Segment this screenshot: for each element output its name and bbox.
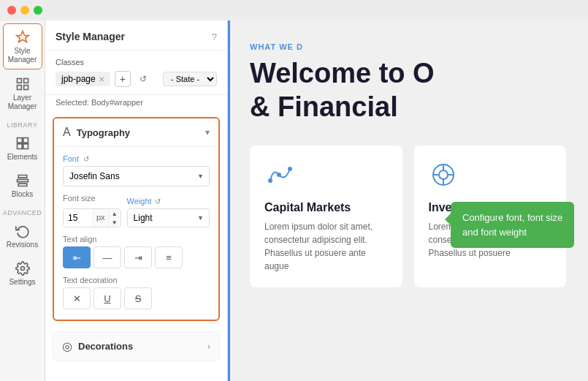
panel-title: Style Manager — [56, 31, 125, 42]
class-tag: jpb-page ✕ — [56, 72, 110, 86]
typography-body: Font ↺ Josefin Sans Font size — [54, 146, 218, 320]
style-manager-panel: Style Manager ? Classes jpb-page ✕ + ↺ -… — [45, 20, 228, 381]
decoration-strikethrough-button[interactable]: S — [124, 287, 152, 309]
close-button[interactable] — [7, 6, 16, 15]
size-label: Font size — [63, 194, 121, 203]
weight-reset-button[interactable]: ↺ — [155, 197, 161, 205]
minimize-button[interactable] — [20, 6, 29, 15]
typography-title: Typography — [77, 127, 205, 138]
font-label: Font ↺ — [63, 154, 210, 163]
sidebar-item-layer-manager[interactable]: LayerManager — [3, 71, 42, 116]
class-tag-close-icon[interactable]: ✕ — [99, 75, 104, 83]
advanced-section-label: ADVANCED — [0, 209, 45, 216]
classes-row: jpb-page ✕ + ↺ - State - — [56, 71, 217, 87]
align-left-button[interactable]: ⇤ — [63, 246, 91, 268]
weight-select-wrapper: Light — [127, 208, 210, 227]
selected-label: Selected: Body#wrapper — [45, 95, 227, 113]
card-capital-markets: Capital Markets Lorem ipsum dolor sit am… — [250, 146, 402, 287]
typography-accordion: A Typography ▾ Font ↺ Josefin Sans — [53, 117, 220, 321]
size-group: Font size px ▲ ▼ — [63, 194, 121, 227]
sidebar-item-label: Settings — [9, 278, 35, 287]
typography-accordion-header[interactable]: A Typography ▾ — [54, 118, 218, 146]
card-text-capital-markets: Lorem ipsum dolor sit amet,consectetur a… — [264, 220, 388, 273]
decorations-accordion-header[interactable]: ◎ Decorations › — [53, 332, 219, 361]
state-select[interactable]: - State - — [163, 72, 217, 86]
svg-rect-1 — [23, 79, 28, 83]
size-unit: px — [93, 209, 108, 227]
svg-rect-0 — [17, 79, 21, 83]
svg-point-10 — [278, 173, 280, 176]
svg-point-13 — [439, 170, 448, 179]
chevron-right-icon: › — [207, 342, 210, 352]
align-right-button[interactable]: ⇥ — [124, 246, 152, 268]
text-align-label: Text align — [63, 235, 210, 244]
chevron-down-icon: ▾ — [205, 127, 210, 137]
sidebar-item-label: StyleManager — [8, 47, 37, 64]
sidebar-item-label: Revisions — [7, 241, 38, 249]
maximize-button[interactable] — [34, 6, 42, 15]
svg-rect-5 — [23, 138, 28, 143]
svg-point-8 — [20, 267, 24, 271]
tooltip-text: Configure font, font sizeand font weight — [462, 212, 562, 238]
svg-rect-4 — [17, 138, 22, 143]
svg-rect-2 — [17, 86, 21, 90]
size-increment-button[interactable]: ▲ — [109, 209, 121, 218]
sidebar-item-revisions[interactable]: Revisions — [3, 218, 42, 254]
decorations-icon: ◎ — [62, 339, 72, 353]
add-class-button[interactable]: + — [115, 71, 131, 87]
app-layout: StyleManager LayerManager LIBRARY Elemen… — [0, 20, 588, 381]
size-input-row: px ▲ ▼ — [63, 208, 121, 227]
library-section-label: LIBRARY — [4, 121, 41, 129]
svg-point-9 — [269, 179, 272, 182]
decoration-buttons: ✕ U S — [63, 287, 210, 309]
classes-section: Classes jpb-page ✕ + ↺ - State - — [45, 50, 227, 95]
align-justify-button[interactable]: ≡ — [155, 246, 183, 268]
refresh-classes-button[interactable]: ↺ — [135, 71, 151, 87]
weight-label-row: Weight ↺ — [127, 197, 210, 205]
align-center-button[interactable]: — — [93, 246, 121, 268]
decoration-none-button[interactable]: ✕ — [63, 287, 91, 309]
svg-point-11 — [289, 167, 291, 170]
align-buttons: ⇤ — ⇥ ≡ — [63, 246, 210, 268]
card-title-capital-markets: Capital Markets — [264, 201, 388, 214]
panel-help-button[interactable]: ? — [212, 31, 217, 42]
decorations-title: Decorations — [78, 341, 207, 352]
sidebar-item-blocks[interactable]: Blocks — [3, 167, 42, 203]
typography-icon: A — [63, 126, 71, 139]
size-weight-field-row: Font size px ▲ ▼ — [63, 194, 210, 227]
sidebar-item-style-manager[interactable]: StyleManager — [3, 23, 42, 69]
size-decrement-button[interactable]: ▼ — [109, 218, 121, 227]
preview-what-label: WHAT WE D — [250, 42, 566, 51]
decorations-accordion: ◎ Decorations › — [53, 331, 220, 361]
classes-label: Classes — [56, 58, 217, 67]
weight-group: Weight ↺ Light — [127, 197, 210, 227]
font-select[interactable]: Josefin Sans — [63, 166, 210, 186]
preview-content: WHAT WE D Welcome to O& Financial Ca — [228, 20, 588, 309]
sidebar-item-label: Elements — [7, 153, 38, 162]
preview-divider — [228, 20, 230, 381]
card-icon-investments — [429, 160, 552, 192]
sidebar-item-elements[interactable]: Elements — [3, 130, 42, 166]
weight-select[interactable]: Light — [127, 208, 210, 227]
sidebar-item-settings[interactable]: Settings — [3, 255, 42, 291]
preview-area: WHAT WE D Welcome to O& Financial Ca — [228, 20, 588, 381]
weight-label: Weight — [127, 197, 152, 205]
size-weight-row: Font size px ▲ ▼ — [63, 194, 210, 227]
decoration-underline-button[interactable]: U — [93, 287, 121, 309]
sidebar-item-label: Blocks — [12, 190, 33, 199]
svg-rect-7 — [23, 144, 28, 149]
tooltip: Configure font, font sizeand font weight — [451, 202, 574, 248]
class-tag-name: jpb-page — [61, 74, 96, 84]
font-field-row: Font ↺ Josefin Sans — [63, 154, 210, 186]
size-input[interactable] — [64, 209, 93, 227]
icon-sidebar: StyleManager LayerManager LIBRARY Elemen… — [0, 20, 45, 381]
font-select-wrapper: Josefin Sans — [63, 166, 210, 186]
font-reset-button[interactable]: ↺ — [83, 155, 89, 163]
tooltip-arrow — [445, 214, 451, 225]
text-align-row: Text align ⇤ — ⇥ ≡ — [63, 235, 210, 268]
svg-rect-6 — [17, 144, 22, 149]
svg-rect-3 — [23, 86, 28, 90]
preview-heading: Welcome to O& Financial — [250, 57, 566, 124]
titlebar — [0, 0, 588, 20]
size-stepper: ▲ ▼ — [108, 209, 121, 227]
